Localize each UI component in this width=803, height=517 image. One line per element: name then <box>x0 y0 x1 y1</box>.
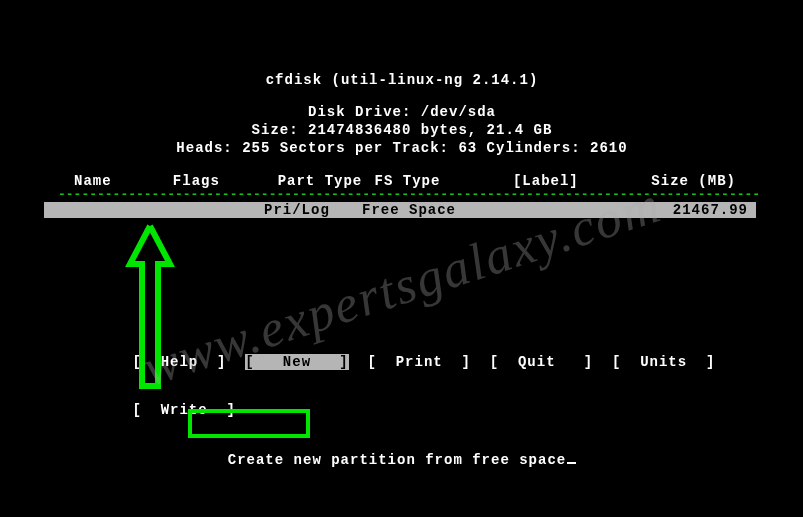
menu-new[interactable]: [ New ] <box>245 354 348 370</box>
disk-geometry-line: Heads: 255 Sectors per Track: 63 Cylinde… <box>44 139 760 157</box>
menu-write[interactable]: [ Write ] <box>132 402 235 418</box>
cell-part-type: Pri/Log <box>264 202 362 218</box>
menu-units[interactable]: [ Units ] <box>612 354 715 370</box>
menu-print[interactable]: [ Print ] <box>367 354 470 370</box>
disk-size-line: Size: 21474836480 bytes, 21.4 GB <box>44 121 760 139</box>
menu-bar: [ Help ] [ New ] [ Print ] [ Quit ] [ Un… <box>76 338 728 434</box>
partition-row[interactable]: Pri/Log Free Space 21467.99 <box>44 202 756 218</box>
separator: ----------------------------------------… <box>44 187 760 202</box>
app-title: cfdisk (util-linux-ng 2.14.1) <box>44 71 760 89</box>
hint-text: Create new partition from free space <box>44 452 760 468</box>
terminal-window: cfdisk (util-linux-ng 2.14.1) Disk Drive… <box>44 36 760 482</box>
disk-drive-line: Disk Drive: /dev/sda <box>44 103 760 121</box>
menu-quit[interactable]: [ Quit ] <box>490 354 593 370</box>
cell-size-mb: 21467.99 <box>642 202 748 218</box>
menu-help[interactable]: [ Help ] <box>132 354 226 370</box>
cell-fs-type: Free Space <box>362 202 502 218</box>
